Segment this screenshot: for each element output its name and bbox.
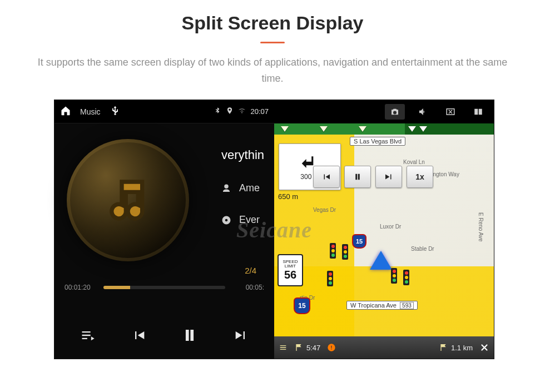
split-view-button[interactable] bbox=[468, 104, 488, 120]
music-topbar: Music 20:07 bbox=[54, 100, 274, 123]
track-artist-row: Ame bbox=[221, 182, 264, 194]
sim-speed-button[interactable]: 1x bbox=[407, 166, 433, 188]
android-system-bar bbox=[274, 100, 494, 123]
turn-distance-2: 650 m bbox=[278, 192, 298, 201]
volume-button[interactable] bbox=[413, 104, 433, 120]
title-underline bbox=[260, 42, 285, 43]
road-label-stable: Stable Dr bbox=[411, 246, 434, 252]
traffic-light-icon bbox=[403, 270, 409, 285]
status-clock: 20:07 bbox=[250, 107, 269, 116]
wifi-icon bbox=[238, 107, 246, 116]
split-screen-device: Music 20:07 verythin Ame bbox=[54, 100, 494, 359]
disc-icon bbox=[221, 215, 231, 225]
sim-pause-button[interactable] bbox=[344, 166, 371, 188]
nav-lane-bar bbox=[274, 123, 494, 135]
nav-menu-button[interactable] bbox=[279, 343, 288, 352]
lane-maneuver-box bbox=[405, 123, 494, 135]
traffic-light-icon bbox=[342, 244, 348, 260]
traffic-light-icon bbox=[330, 243, 336, 259]
traffic-light-icon bbox=[327, 271, 333, 286]
track-title-row: verythin bbox=[221, 148, 264, 162]
nav-bottom-bar: 5:47 1.1 km bbox=[274, 336, 494, 359]
road-label-koval: Koval Ln bbox=[403, 159, 425, 165]
track-album: Ever bbox=[239, 214, 260, 226]
road-label-reno: E Reno Ave bbox=[478, 212, 484, 242]
map[interactable]: S Las Vegas Blvd Koval Ln Duke Ellington… bbox=[274, 135, 494, 336]
bluetooth-icon bbox=[214, 107, 221, 116]
time-total: 00:05: bbox=[231, 284, 264, 291]
road-label-vegas-dr: Vegas Dr bbox=[313, 207, 336, 213]
sim-next-button[interactable] bbox=[375, 166, 402, 188]
location-icon bbox=[226, 107, 234, 116]
music-panel: Music 20:07 verythin Ame bbox=[54, 100, 274, 359]
track-artist: Ame bbox=[239, 182, 260, 194]
screenshot-button[interactable] bbox=[385, 104, 405, 120]
traffic-light-icon bbox=[391, 268, 397, 284]
track-title: verythin bbox=[221, 148, 264, 162]
lane-arrow-icon bbox=[408, 126, 416, 132]
usb-icon bbox=[110, 105, 121, 118]
nav-close-button[interactable] bbox=[479, 343, 489, 353]
detour-icon bbox=[327, 343, 336, 352]
interstate-shield: 15 bbox=[294, 297, 310, 314]
music-app-label: Music bbox=[80, 107, 101, 116]
page-description: It supports the same screen display of t… bbox=[0, 54, 545, 87]
page-title: Split Screen Display bbox=[0, 12, 545, 34]
track-counter: 2/4 bbox=[245, 266, 256, 275]
pause-button[interactable] bbox=[179, 324, 201, 346]
flag-icon bbox=[294, 343, 303, 352]
road-label-las-vegas-blvd: S Las Vegas Blvd bbox=[350, 137, 405, 146]
person-icon bbox=[221, 183, 231, 193]
nav-remaining-distance: 1.1 km bbox=[439, 343, 473, 352]
close-app-button[interactable] bbox=[440, 104, 460, 120]
road-label-luxor: Luxor Dr bbox=[380, 224, 401, 230]
lane-arrow-icon bbox=[320, 126, 328, 132]
time-elapsed: 00:01:20 bbox=[65, 284, 98, 291]
vehicle-heading-icon bbox=[370, 251, 392, 270]
nav-warning[interactable] bbox=[327, 343, 336, 352]
speed-limit-sign: SPEED LIMIT 56 bbox=[278, 254, 303, 286]
navigation-panel: S Las Vegas Blvd Koval Ln Duke Ellington… bbox=[274, 100, 494, 359]
sim-prev-button[interactable] bbox=[313, 166, 340, 188]
interstate-shield: 15 bbox=[352, 234, 366, 249]
track-album-row: Ever bbox=[221, 214, 264, 226]
lane-arrow-icon bbox=[281, 126, 289, 132]
lane-arrow-icon bbox=[359, 126, 366, 132]
nav-eta: 5:47 bbox=[294, 343, 320, 352]
prev-button[interactable] bbox=[128, 324, 150, 346]
home-icon[interactable] bbox=[60, 105, 71, 118]
playlist-button[interactable] bbox=[77, 324, 99, 346]
lane-arrow-icon bbox=[419, 126, 427, 132]
music-note-icon bbox=[103, 176, 152, 225]
progress-bar[interactable] bbox=[103, 286, 225, 289]
flag-icon bbox=[439, 343, 448, 352]
road-label-tropicana: W Tropicana Ave 593 bbox=[346, 301, 418, 310]
album-art bbox=[67, 139, 189, 261]
next-button[interactable] bbox=[230, 324, 252, 346]
